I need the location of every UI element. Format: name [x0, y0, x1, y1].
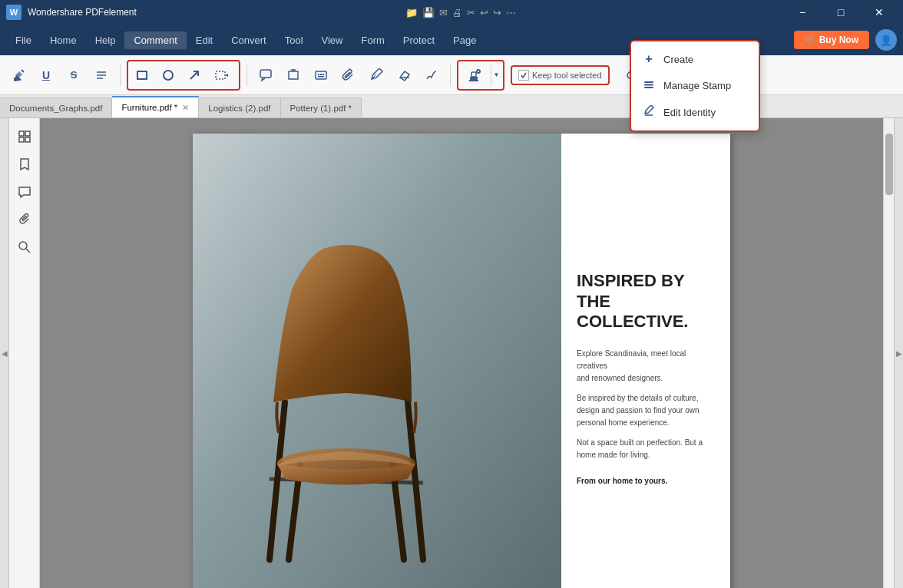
menu-page[interactable]: Page	[444, 31, 485, 49]
rectangle-tool[interactable]	[130, 63, 154, 88]
text-comment-tool[interactable]	[89, 63, 114, 88]
oval-tool[interactable]	[156, 63, 180, 88]
menu-home[interactable]: Home	[41, 31, 86, 49]
keep-tool-checkbox[interactable]	[518, 70, 529, 81]
save-icon[interactable]: 💾	[422, 7, 435, 18]
edit-identity-item[interactable]: Edit Identity	[631, 99, 759, 126]
more-icon[interactable]: ⋯	[506, 7, 516, 18]
create-stamp-item[interactable]: + Create	[631, 46, 759, 72]
manage-stamp-item[interactable]: Manage Stamp	[631, 72, 759, 99]
svg-rect-4	[137, 71, 147, 79]
maximize-button[interactable]: □	[823, 0, 858, 25]
sidebar-comments-btn[interactable]	[12, 180, 37, 204]
pdf-image	[193, 134, 561, 588]
svg-rect-31	[25, 137, 30, 142]
separator-1	[120, 64, 121, 86]
titlebar-right: − □ ✕	[785, 0, 897, 25]
tab-pottery[interactable]: Pottery (1).pdf *	[281, 97, 362, 117]
stamp-dropdown-button[interactable]: ▼	[491, 64, 501, 86]
svg-rect-30	[19, 137, 24, 142]
tab-documents-graphs[interactable]: Documents_Graphs.pdf	[0, 97, 112, 117]
separator-3	[450, 64, 451, 86]
pencil-tool[interactable]	[364, 63, 389, 88]
sign-tool[interactable]	[419, 63, 444, 88]
tabs-bar: Documents_Graphs.pdf Furniture.pdf * ✕ L…	[0, 95, 903, 118]
sidebar-bookmarks-btn[interactable]	[12, 152, 37, 177]
titlebar: W Wondershare PDFelement 📁 💾 ✉ 🖨 ✂ ↩ ↪ ⋯…	[0, 0, 903, 25]
eraser-tool[interactable]	[392, 63, 416, 88]
menu-view[interactable]: View	[313, 31, 352, 49]
menubar: File Home Help Comment Edit Convert Tool…	[0, 25, 903, 55]
print-icon[interactable]: 🖨	[452, 7, 462, 18]
arrow-tool[interactable]	[182, 63, 207, 88]
left-sidebar	[9, 118, 40, 588]
chevron-left-icon: ◀	[2, 349, 8, 358]
menu-protect[interactable]: Protect	[394, 31, 444, 49]
edit-identity-icon	[643, 105, 655, 117]
buy-now-button[interactable]: 🛒 Buy Now	[794, 31, 869, 49]
plus-icon: +	[642, 52, 656, 66]
cart-icon: 🛒	[805, 35, 816, 45]
menu-comment[interactable]: Comment	[124, 31, 186, 49]
typewriter-tool[interactable]	[309, 63, 333, 88]
text-box-tool[interactable]	[281, 63, 306, 88]
menu-tool[interactable]: Tool	[276, 31, 313, 49]
sidebar-panels-btn[interactable]	[12, 124, 37, 149]
checkbox-check-icon	[520, 71, 528, 79]
callout-tool[interactable]	[253, 63, 278, 88]
edit-icon	[642, 105, 656, 120]
minimize-button[interactable]: −	[785, 0, 820, 25]
left-panel-collapse[interactable]: ◀	[0, 118, 9, 588]
strikethrough-icon: S	[71, 69, 78, 81]
menu-file[interactable]: File	[6, 31, 41, 49]
folder-icon[interactable]: 📁	[405, 7, 418, 18]
svg-line-6	[190, 71, 198, 79]
underline-tool[interactable]: U	[34, 63, 58, 88]
rectangle-icon	[136, 69, 148, 81]
right-panel-collapse[interactable]: ▶	[894, 118, 903, 588]
create-stamp-label: Create	[663, 54, 693, 65]
attachment-tool[interactable]	[336, 63, 361, 88]
menu-edit[interactable]: Edit	[187, 31, 222, 49]
tab-close-furniture[interactable]: ✕	[182, 103, 189, 113]
tab-logistics[interactable]: Logistics (2).pdf	[199, 97, 280, 117]
svg-line-33	[26, 249, 30, 253]
scissors-icon[interactable]: ✂	[467, 7, 475, 18]
manage-stamp-label: Manage Stamp	[663, 80, 731, 91]
sidebar-search-btn[interactable]	[12, 235, 37, 259]
tab-furniture[interactable]: Furniture.pdf * ✕	[112, 96, 199, 117]
arrow-icon	[188, 69, 200, 81]
layers-icon	[642, 78, 656, 93]
svg-rect-7	[216, 71, 225, 79]
menu-form[interactable]: Form	[352, 31, 394, 49]
svg-rect-16	[322, 74, 324, 75]
highlight-tool[interactable]	[6, 63, 31, 88]
pencil-icon	[369, 68, 383, 82]
close-button[interactable]: ✕	[862, 0, 897, 25]
undo-icon[interactable]: ↩	[480, 7, 488, 18]
vertical-scrollbar[interactable]	[883, 118, 894, 588]
svg-rect-44	[644, 87, 653, 88]
redo-icon[interactable]: ↪	[493, 7, 501, 18]
app-logo: W	[6, 5, 22, 20]
scrollbar-thumb[interactable]	[885, 134, 893, 195]
chair-illustration	[193, 134, 561, 588]
sidebar-attachments-btn[interactable]	[12, 207, 37, 232]
app-title: Wondershare PDFelement	[28, 7, 137, 18]
stamp-button[interactable]	[460, 63, 488, 88]
main-content: ◀	[0, 118, 903, 588]
menu-help[interactable]: Help	[86, 31, 125, 49]
mail-icon[interactable]: ✉	[439, 7, 448, 18]
area-tool[interactable]	[208, 63, 237, 88]
pdf-area: INSPIRED BY THE COLLECTIVE. Explore Scan…	[40, 118, 883, 588]
svg-point-32	[19, 242, 27, 249]
strikethrough-tool[interactable]: S	[61, 63, 86, 88]
svg-marker-8	[225, 74, 228, 77]
sign-icon	[425, 68, 438, 82]
highlight-icon	[12, 68, 25, 82]
menu-convert[interactable]: Convert	[222, 31, 276, 49]
pdf-text-content: INSPIRED BY THE COLLECTIVE. Explore Scan…	[561, 134, 730, 588]
user-avatar[interactable]: 👤	[875, 29, 897, 51]
text-box-icon	[286, 68, 300, 82]
edit-identity-label: Edit Identity	[663, 107, 716, 118]
